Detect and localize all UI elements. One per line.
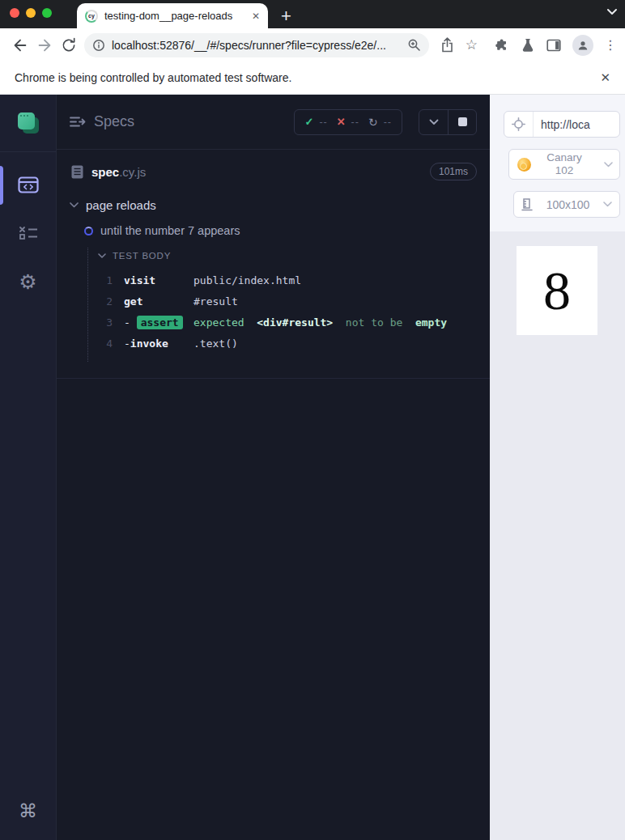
runs-list-icon [18, 226, 39, 240]
assert-message: expected <div#result> not to be empty [193, 316, 447, 329]
profile-avatar[interactable] [572, 35, 593, 56]
cypress-favicon-icon: cy [85, 10, 98, 23]
stop-run-button[interactable] [448, 110, 476, 134]
browser-window: cy testing-dom__page-reloads ✕ + localho… [0, 0, 625, 840]
passed-check-icon: ✓ [304, 116, 313, 128]
tab-strip: cy testing-dom__page-reloads ✕ + [0, 0, 625, 28]
command-message: public/index.html [193, 274, 301, 286]
url-text: localhost:52876/__/#/specs/runner?file=c… [112, 39, 401, 52]
browser-label: Canary102 [546, 151, 582, 177]
browser-selector[interactable]: Canary102 [508, 149, 620, 180]
share-icon[interactable] [440, 37, 454, 53]
command-number: 1 [88, 274, 113, 286]
reporter-divider [57, 378, 490, 379]
aut-iframe: 8 [517, 246, 597, 335]
command-number: 4 [88, 337, 113, 350]
test-row[interactable]: until the number 7 appears [57, 224, 490, 237]
assert-badge: assert [137, 316, 183, 329]
passed-count: -- [319, 117, 327, 128]
spec-name: spec.cy.js [91, 165, 146, 179]
fullscreen-window-button[interactable] [42, 8, 52, 18]
spec-duration-badge: 101ms [430, 163, 477, 180]
active-nav-indicator [0, 166, 3, 205]
pending-restart-icon: ↻ [368, 116, 378, 129]
specs-menu-icon[interactable] [70, 116, 86, 128]
browser-tab[interactable]: cy testing-dom__page-reloads ✕ [77, 3, 268, 28]
browser-toolbar: localhost:52876/__/#/specs/runner?file=c… [0, 28, 625, 62]
aut-stage: 8 [490, 231, 625, 840]
spec-document-icon [71, 165, 83, 179]
omnibox-actions: ☆ [440, 36, 478, 53]
command-row-invoke[interactable]: 4 -invoke .text() [88, 333, 490, 354]
reporter-title: Specs [94, 113, 134, 130]
command-row-visit[interactable]: 1 visit public/index.html [88, 270, 490, 291]
command-message: #result [193, 295, 238, 308]
browser-menu-icon[interactable]: ⋮ [604, 37, 617, 53]
test-body-toggle[interactable]: TEST BODY [88, 248, 490, 264]
aut-controls: http://loca Canary102 100x100 [490, 95, 625, 218]
run-controls [419, 109, 477, 135]
command-name: - assert [124, 316, 193, 329]
cypress-app: ⚙ ⌘ Specs ✓ -- ✕ -- ↻ -- [0, 95, 625, 840]
test-running-spinner-icon [84, 227, 93, 235]
chromelab-flask-icon[interactable] [521, 37, 535, 53]
suite-chevron-icon [70, 202, 79, 208]
bookmark-star-icon[interactable]: ☆ [466, 36, 478, 53]
run-stats[interactable]: ✓ -- ✕ -- ↻ -- [294, 109, 402, 135]
aut-panel: http://loca Canary102 100x100 [490, 95, 625, 840]
zoom-page-icon[interactable] [407, 38, 421, 52]
spec-file-row[interactable]: spec.cy.js 101ms [57, 150, 490, 189]
command-number: 2 [88, 295, 113, 308]
close-window-button[interactable] [10, 8, 19, 18]
reporter-header: Specs ✓ -- ✕ -- ↻ -- [57, 95, 490, 150]
sidebar-item-specs[interactable] [17, 175, 40, 194]
address-bar[interactable]: localhost:52876/__/#/specs/runner?file=c… [84, 33, 429, 57]
viewport-selector[interactable]: 100x100 [513, 191, 620, 218]
viewport-chevron-icon [603, 202, 612, 207]
spec-extension: .cy.js [119, 165, 146, 179]
minimize-window-button[interactable] [26, 8, 36, 18]
tab-title: testing-dom__page-reloads [104, 10, 245, 22]
extensions-puzzle-icon[interactable] [494, 37, 510, 53]
back-button[interactable] [8, 33, 32, 57]
side-panel-icon[interactable] [546, 38, 562, 53]
command-number: 3 [88, 316, 113, 329]
test-body-chevron-icon [98, 253, 106, 258]
browser-chevron-icon [604, 162, 613, 168]
ruler-icon [521, 198, 533, 211]
command-row-assert[interactable]: 3 - assert expected <div#result> not to … [88, 312, 490, 333]
tab-close-icon[interactable]: ✕ [252, 11, 260, 22]
site-info-icon[interactable] [92, 39, 105, 52]
command-name: -invoke [124, 337, 193, 350]
viewport-label: 100x100 [538, 198, 597, 211]
traffic-lights [10, 8, 52, 18]
sidebar-nav: ⚙ [17, 152, 40, 291]
test-body-title: TEST BODY [113, 251, 171, 261]
specs-browser-icon [18, 176, 39, 193]
selector-playground-icon[interactable] [504, 112, 534, 137]
extension-area: ⋮ [494, 35, 617, 56]
sidebar-item-settings[interactable]: ⚙ [17, 272, 40, 291]
tab-search-chevron-icon[interactable] [606, 8, 618, 15]
failed-count: -- [351, 117, 359, 128]
infobar-close-icon[interactable]: ✕ [600, 70, 610, 85]
command-message: .text() [193, 337, 238, 350]
new-tab-button[interactable]: + [281, 7, 291, 25]
sidebar-item-runs[interactable] [17, 223, 40, 243]
chrome-canary-icon [517, 158, 531, 172]
failed-x-icon: ✕ [337, 116, 346, 128]
forward-button[interactable] [32, 33, 57, 57]
command-row-get[interactable]: 2 get #result [88, 291, 490, 312]
test-body-section: TEST BODY 1 visit public/index.html 2 ge… [87, 248, 490, 362]
command-name: get [124, 295, 193, 308]
infobar-message: Chrome is being controlled by automated … [15, 71, 600, 84]
stop-icon [458, 117, 467, 126]
refresh-button[interactable] [57, 33, 81, 57]
cypress-logo-button[interactable] [0, 95, 56, 152]
cypress-reporter: Specs ✓ -- ✕ -- ↻ -- [57, 95, 490, 840]
keyboard-shortcuts-button[interactable]: ⌘ [19, 800, 37, 822]
suite-toggle[interactable]: page reloads [57, 198, 490, 212]
command-name: visit [124, 274, 193, 286]
collapse-chevron-button[interactable] [419, 110, 448, 134]
aut-url-bar[interactable]: http://loca [504, 111, 620, 138]
